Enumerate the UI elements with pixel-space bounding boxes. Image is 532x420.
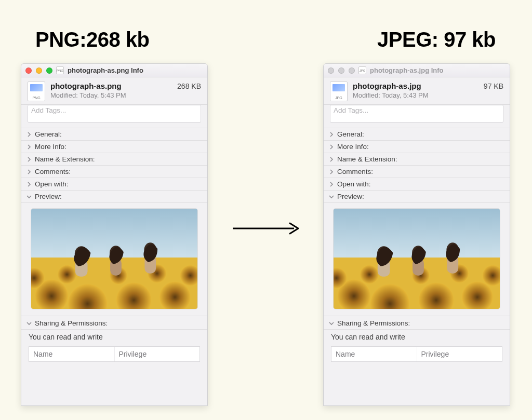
row-label: General: (35, 130, 62, 138)
traffic-lights (25, 67, 52, 74)
permissions-table: Name Privilege (29, 346, 200, 362)
row-label: Comments: (337, 168, 373, 175)
preview-section (21, 203, 207, 316)
titlebar: JPG photograph-as.jpg Info (324, 64, 510, 77)
disclosure-preview[interactable]: Preview: (21, 191, 207, 203)
disclosure-sharing[interactable]: Sharing & Permissions: (21, 316, 207, 330)
sharing-description: You can read and write (21, 330, 207, 346)
chevron-right-icon (329, 157, 334, 162)
zoom-icon[interactable] (46, 67, 52, 74)
chevron-down-icon (329, 194, 334, 199)
chevron-down-icon (26, 194, 32, 199)
perm-header-name: Name (331, 347, 417, 361)
titlebar: PNG photograph-as.png Info (21, 64, 207, 77)
row-label: General: (337, 130, 364, 138)
perm-header-privilege: Privilege (114, 347, 200, 361)
tags-section: Add Tags... (21, 105, 207, 128)
tags-input[interactable]: Add Tags... (330, 105, 503, 123)
info-panel-jpg: JPG photograph-as.jpg Info JPG photograp… (323, 63, 510, 406)
file-summary: JPG photograph-as.jpg Modified: Today, 5… (324, 77, 510, 105)
disclosure-comments[interactable]: Comments: (324, 166, 510, 178)
row-label: Name & Extension: (337, 155, 397, 163)
chevron-right-icon (26, 182, 32, 187)
disclosure-more-info[interactable]: More Info: (21, 141, 207, 153)
permissions-table: Name Privilege (331, 346, 502, 362)
row-label: Sharing & Permissions: (35, 319, 108, 327)
preview-section (324, 203, 510, 316)
tags-section: Add Tags... (324, 105, 510, 128)
heading-png: PNG:268 kb (35, 28, 150, 51)
row-label: Open with: (337, 180, 371, 188)
row-label: Preview: (337, 193, 364, 200)
disclosure-more-info[interactable]: More Info: (324, 141, 510, 153)
document-icon: JPG (330, 82, 348, 101)
heading-jpeg: JPEG: 97 kb (377, 28, 496, 51)
perm-header-name: Name (29, 347, 114, 361)
disclosure-name-extension[interactable]: Name & Extension: (21, 153, 207, 166)
disclosure-name-extension[interactable]: Name & Extension: (324, 153, 510, 166)
sharing-description: You can read and write (324, 330, 510, 346)
minimize-icon[interactable] (338, 67, 344, 74)
document-icon: PNG (28, 82, 45, 101)
close-icon[interactable] (328, 67, 334, 74)
traffic-lights (328, 67, 355, 74)
window-title: photograph-as.jpg Info (370, 66, 444, 74)
row-label: Name & Extension: (35, 155, 95, 163)
file-icon: PNG (56, 66, 64, 74)
file-modified: Modified: Today, 5:43 PM (353, 91, 478, 99)
perm-header-privilege: Privilege (417, 347, 502, 361)
chevron-right-icon (329, 182, 334, 187)
row-label: More Info: (35, 143, 66, 151)
disclosure-sharing[interactable]: Sharing & Permissions: (324, 316, 510, 330)
disclosure-open-with[interactable]: Open with: (21, 178, 207, 191)
row-label: Preview: (35, 193, 62, 200)
file-icon: JPG (358, 66, 366, 74)
file-name: photograph-as.png (50, 82, 172, 90)
close-icon[interactable] (25, 67, 32, 74)
info-panel-png: PNG photograph-as.png Info PNG photograp… (21, 63, 208, 406)
minimize-icon[interactable] (36, 67, 42, 74)
chevron-right-icon (329, 169, 334, 174)
chevron-right-icon (26, 169, 32, 174)
file-modified: Modified: Today, 5:43 PM (50, 91, 172, 99)
row-label: Sharing & Permissions: (337, 319, 410, 327)
arrow-right-icon (232, 221, 304, 236)
disclosure-preview[interactable]: Preview: (324, 191, 510, 203)
svg-point-8 (58, 265, 76, 284)
preview-image (31, 208, 198, 309)
file-name: photograph-as.jpg (353, 82, 478, 90)
disclosure-comments[interactable]: Comments: (21, 166, 207, 178)
svg-point-25 (360, 265, 379, 284)
chevron-right-icon (26, 132, 32, 137)
chevron-right-icon (26, 157, 32, 162)
row-label: Open with: (35, 180, 69, 188)
row-label: More Info: (337, 143, 369, 151)
disclosure-open-with[interactable]: Open with: (324, 178, 510, 191)
preview-image (333, 208, 500, 309)
disclosure-general[interactable]: General: (21, 128, 207, 141)
file-size: 268 KB (177, 82, 201, 90)
chevron-down-icon (329, 321, 334, 326)
chevron-right-icon (26, 144, 32, 150)
disclosure-general[interactable]: General: (324, 128, 510, 141)
zoom-icon[interactable] (349, 67, 355, 74)
file-size: 97 KB (484, 82, 503, 90)
row-label: Comments: (35, 168, 71, 175)
tags-input[interactable]: Add Tags... (28, 105, 201, 123)
window-title: photograph-as.png Info (68, 66, 143, 74)
chevron-right-icon (329, 144, 334, 150)
chevron-right-icon (329, 132, 334, 137)
file-summary: PNG photograph-as.png Modified: Today, 5… (21, 77, 207, 105)
chevron-down-icon (26, 321, 32, 326)
